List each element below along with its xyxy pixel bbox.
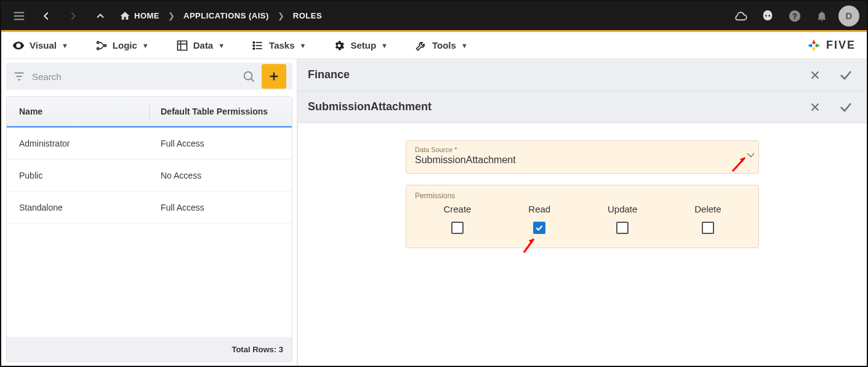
chevron-down-icon: ▼	[461, 42, 468, 49]
cell-name: Public	[7, 171, 150, 180]
perm-delete: Delete	[694, 204, 721, 234]
svg-point-19	[244, 72, 252, 80]
confirm-icon[interactable]	[835, 64, 857, 86]
back-icon[interactable]	[36, 6, 57, 26]
breadcrumb-roles-label: ROLES	[293, 11, 322, 20]
table-row[interactable]: Public No Access	[7, 159, 292, 192]
tool-tools-label: Tools	[432, 40, 456, 50]
cell-perm: Full Access	[150, 139, 292, 148]
perm-create: Create	[443, 204, 471, 234]
chevron-right-icon: ❯	[168, 11, 175, 20]
user-avatar-initial: D	[846, 10, 853, 21]
perm-update-checkbox[interactable]	[616, 222, 629, 234]
data-source-label: Data Source *	[415, 146, 750, 153]
tool-data-label: Data	[193, 40, 214, 50]
perm-read-checkbox[interactable]	[533, 222, 545, 234]
svg-line-20	[251, 79, 254, 81]
add-button[interactable]	[262, 64, 286, 89]
right-content: Data Source * SubmissionAttachment ⌵ Per…	[298, 123, 867, 366]
right-header-secondary: SubmissionAttachment	[298, 91, 867, 123]
chevron-right-icon: ❯	[278, 11, 284, 20]
breadcrumb-home-label: HOME	[134, 11, 159, 20]
tool-logic-label: Logic	[113, 40, 137, 50]
cell-name: Administrator	[7, 139, 150, 148]
product-logo: FIVE	[806, 38, 856, 53]
cell-name: Standalone	[7, 203, 150, 212]
filter-icon[interactable]	[12, 70, 26, 83]
forward-icon	[63, 6, 84, 26]
perm-create-checkbox[interactable]	[451, 222, 464, 234]
tool-visual-label: Visual	[30, 40, 57, 50]
help-icon[interactable]: ?	[784, 6, 805, 26]
perm-delete-label: Delete	[694, 204, 721, 214]
perm-read: Read	[528, 204, 550, 234]
tool-data[interactable]: Data ▼	[176, 39, 225, 52]
up-icon[interactable]	[90, 6, 111, 26]
perm-create-label: Create	[443, 204, 471, 214]
left-panel: Name Default Table Permissions Administr…	[1, 59, 297, 366]
perm-update-label: Update	[608, 204, 637, 214]
product-logo-label: FIVE	[826, 39, 856, 52]
roles-table: Name Default Table Permissions Administr…	[6, 96, 292, 362]
right-title-primary: Finance	[308, 68, 350, 81]
close-icon[interactable]	[804, 64, 826, 86]
hamburger-menu-icon[interactable]	[9, 6, 30, 26]
cell-perm: Full Access	[150, 203, 292, 212]
chevron-down-icon: ▼	[218, 42, 225, 49]
chat-bot-icon[interactable]	[757, 6, 778, 26]
table-row[interactable]: Standalone Full Access	[7, 192, 292, 224]
expand-less-icon[interactable]: ⌵	[747, 145, 755, 161]
chevron-down-icon: ▼	[62, 42, 68, 49]
table-footer-label: Total Rows: 3	[231, 345, 283, 354]
tool-setup-label: Setup	[350, 40, 376, 50]
perm-update: Update	[608, 204, 637, 234]
permissions-card: Permissions Create Read	[406, 185, 759, 248]
right-header-primary: Finance	[298, 59, 867, 91]
data-source-field[interactable]: Data Source * SubmissionAttachment ⌵	[406, 140, 759, 174]
bell-icon[interactable]	[811, 6, 832, 26]
chevron-down-icon: ▼	[300, 42, 307, 49]
svg-point-14	[253, 44, 255, 46]
cloud-icon[interactable]	[730, 6, 751, 26]
perm-delete-checkbox[interactable]	[702, 222, 714, 234]
table-header: Name Default Table Permissions	[7, 97, 292, 127]
search-bar	[6, 63, 292, 90]
user-avatar[interactable]: D	[838, 6, 859, 26]
right-title-secondary: SubmissionAttachment	[308, 100, 432, 113]
cell-perm: No Access	[150, 171, 292, 180]
search-icon[interactable]	[242, 70, 255, 83]
svg-point-7	[104, 44, 106, 46]
tool-visual[interactable]: Visual ▼	[12, 39, 68, 52]
breadcrumb-applications-label: APPLICATIONS (AIS)	[183, 11, 269, 20]
table-header-name[interactable]: Name	[7, 103, 150, 121]
table-header-perm[interactable]: Default Table Permissions	[150, 107, 292, 116]
breadcrumb-home[interactable]: HOME	[117, 10, 162, 22]
module-toolbar: Visual ▼ Logic ▼ Data ▼ Tasks ▼ Setup ▼ …	[1, 32, 867, 59]
breadcrumb-applications[interactable]: APPLICATIONS (AIS)	[181, 11, 271, 20]
tool-tasks[interactable]: Tasks ▼	[252, 39, 306, 52]
close-icon[interactable]	[804, 96, 826, 118]
svg-point-15	[253, 47, 255, 49]
svg-point-5	[97, 41, 98, 43]
confirm-icon[interactable]	[835, 96, 857, 118]
right-panel: Finance SubmissionAttachment Data Source	[297, 59, 867, 366]
svg-point-6	[97, 47, 98, 49]
permissions-label: Permissions	[415, 192, 750, 200]
chevron-down-icon: ▼	[142, 42, 149, 49]
table-footer: Total Rows: 3	[7, 337, 292, 361]
data-source-value: SubmissionAttachment	[415, 155, 750, 166]
chevron-down-icon: ▼	[381, 42, 388, 49]
tool-logic[interactable]: Logic ▼	[95, 39, 149, 52]
tool-setup[interactable]: Setup ▼	[333, 39, 388, 52]
breadcrumb-roles[interactable]: ROLES	[291, 11, 324, 20]
top-app-bar: HOME ❯ APPLICATIONS (AIS) ❯ ROLES ? D	[1, 1, 867, 32]
search-input[interactable]	[32, 71, 236, 82]
svg-text:?: ?	[792, 11, 797, 20]
svg-point-13	[253, 41, 255, 43]
perm-read-label: Read	[528, 204, 550, 214]
tool-tools[interactable]: Tools ▼	[415, 39, 468, 52]
tool-tasks-label: Tasks	[269, 40, 294, 50]
table-row[interactable]: Administrator Full Access	[7, 127, 292, 159]
